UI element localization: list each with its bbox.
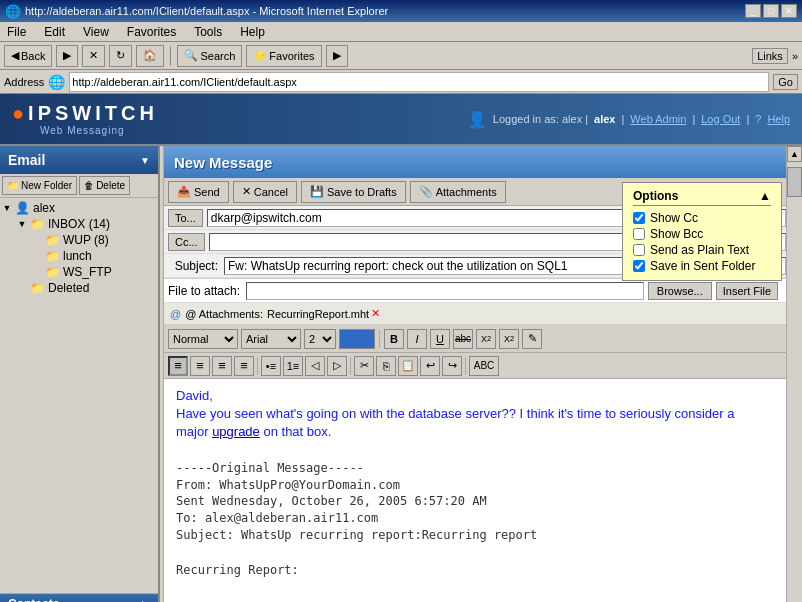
indent-increase-button[interactable]: ▷ [327, 356, 347, 376]
back-button[interactable]: ◀ Back [4, 45, 52, 67]
email-section-header[interactable]: Email ▼ [0, 146, 158, 174]
align-center-button[interactable]: ≡ [190, 356, 210, 376]
collapse-icon[interactable]: ▼ [140, 155, 150, 166]
justify-button[interactable]: ≡ [234, 356, 254, 376]
web-admin-link[interactable]: Web Admin [630, 113, 686, 125]
scroll-up-button[interactable]: ▲ [787, 146, 802, 162]
style-select[interactable]: NormalHeading 1Heading 2 [168, 329, 238, 349]
send-button[interactable]: 📤 Send [168, 181, 229, 203]
person-icon: 👤 [467, 110, 487, 129]
refresh-button[interactable]: ↻ [109, 45, 132, 67]
save-sent-checkbox[interactable] [633, 260, 645, 272]
menu-file[interactable]: File [4, 24, 29, 40]
subscript-button[interactable]: X2 [499, 329, 519, 349]
subject-label: Subject: [164, 259, 224, 273]
menu-favorites[interactable]: Favorites [124, 24, 179, 40]
font-color-picker[interactable] [339, 329, 375, 349]
search-button[interactable]: 🔍 Search [177, 45, 242, 67]
superscript-button[interactable]: X2 [476, 329, 496, 349]
address-input[interactable] [69, 72, 769, 92]
scrollbar-thumb[interactable] [787, 167, 802, 197]
home-icon: 🏠 [143, 49, 157, 62]
to-button[interactable]: To... [168, 209, 203, 227]
attach-row: File to attach: Browse... Insert File [164, 279, 786, 303]
bold-button[interactable]: B [384, 329, 404, 349]
copy-button[interactable]: ⎘ [376, 356, 396, 376]
tree-item-alex[interactable]: ▼ 👤 alex [2, 200, 156, 216]
tree-item-wup[interactable]: 📁 WUP (8) [2, 232, 156, 248]
media-icon: ▶ [333, 49, 341, 62]
menu-view[interactable]: View [80, 24, 112, 40]
font-select[interactable]: ArialTimes New RomanCourier [241, 329, 301, 349]
right-scrollbar[interactable]: ▲ ▼ [786, 146, 802, 602]
upgrade-link[interactable]: upgrade [212, 424, 260, 439]
email-body[interactable]: David, Have you seen what's going on wit… [164, 379, 786, 602]
remove-attachment-button[interactable]: ✕ [371, 307, 380, 320]
indent-decrease-button[interactable]: ◁ [305, 356, 325, 376]
strikethrough-button[interactable]: abc [453, 329, 473, 349]
home-button[interactable]: 🏠 [136, 45, 164, 67]
favorites-button[interactable]: ⭐ Favorites [246, 45, 321, 67]
cc-button[interactable]: Cc... [168, 233, 205, 251]
show-cc-checkbox[interactable] [633, 212, 645, 224]
attach-input[interactable] [246, 282, 644, 300]
undo-button[interactable]: ↩ [420, 356, 440, 376]
search-icon: 🔍 [184, 49, 198, 62]
send-icon: 📤 [177, 185, 191, 198]
log-out-link[interactable]: Log Out [701, 113, 740, 125]
contacts-section[interactable]: Contacts ▶ [0, 593, 158, 602]
delete-button[interactable]: 🗑 Delete [79, 176, 130, 195]
tree-item-lunch[interactable]: 📁 lunch [2, 248, 156, 264]
cancel-button[interactable]: ✕ Cancel [233, 181, 297, 203]
tree-item-inbox[interactable]: ▼ 📁 INBOX (14) [2, 216, 156, 232]
forward-button[interactable]: ▶ [56, 45, 78, 67]
tree-item-ws-ftp[interactable]: 📁 WS_FTP [2, 264, 156, 280]
sidebar-toolbar: 📁 New Folder 🗑 Delete [0, 174, 158, 198]
options-collapse-icon[interactable]: ▲ [759, 189, 771, 203]
scrollbar-track[interactable] [787, 162, 802, 602]
save-drafts-button[interactable]: 💾 Save to Drafts [301, 181, 406, 203]
insert-file-button[interactable]: Insert File [716, 282, 778, 300]
titlebar-controls[interactable]: _ □ ✕ [745, 4, 797, 18]
main-layout: Email ▼ 📁 New Folder 🗑 Delete ▼ 👤 [0, 146, 802, 602]
minimize-button[interactable]: _ [745, 4, 761, 18]
go-button[interactable]: Go [773, 74, 798, 90]
contacts-expand-icon[interactable]: ▶ [142, 599, 150, 603]
underline-button[interactable]: U [430, 329, 450, 349]
ordered-list-button[interactable]: 1≡ [283, 356, 303, 376]
send-plain-text-option[interactable]: Send as Plain Text [633, 242, 771, 258]
save-sent-option[interactable]: Save in Sent Folder [633, 258, 771, 274]
header-right: 👤 Logged in as: alex | alex | Web Admin … [467, 110, 790, 129]
align-left-button[interactable]: ≡ [168, 356, 188, 376]
expand-alex-icon[interactable]: ▼ [2, 203, 12, 213]
custom-format-button[interactable]: ✎ [522, 329, 542, 349]
spell-check-button[interactable]: ABC [469, 356, 499, 376]
links-button[interactable]: Links [752, 48, 788, 64]
tree-item-deleted[interactable]: 📁 Deleted [2, 280, 156, 296]
help-icon: ? [755, 113, 761, 125]
close-button[interactable]: ✕ [781, 4, 797, 18]
italic-button[interactable]: I [407, 329, 427, 349]
cut-button[interactable]: ✂ [354, 356, 374, 376]
menu-help[interactable]: Help [237, 24, 268, 40]
show-bcc-checkbox[interactable] [633, 228, 645, 240]
expand-inbox-icon[interactable]: ▼ [17, 219, 27, 229]
align-right-button[interactable]: ≡ [212, 356, 232, 376]
attachments-button[interactable]: 📎 Attachments [410, 181, 506, 203]
stop-button[interactable]: ✕ [82, 45, 105, 67]
maximize-button[interactable]: □ [763, 4, 779, 18]
browse-button[interactable]: Browse... [648, 282, 712, 300]
send-plain-text-checkbox[interactable] [633, 244, 645, 256]
redo-button[interactable]: ↪ [442, 356, 462, 376]
help-link[interactable]: Help [767, 113, 790, 125]
unordered-list-button[interactable]: •≡ [261, 356, 281, 376]
size-select[interactable]: 12345 [304, 329, 336, 349]
show-bcc-option[interactable]: Show Bcc [633, 226, 771, 242]
show-cc-option[interactable]: Show Cc [633, 210, 771, 226]
menu-edit[interactable]: Edit [41, 24, 68, 40]
new-folder-button[interactable]: 📁 New Folder [2, 176, 77, 195]
paste-button[interactable]: 📋 [398, 356, 418, 376]
media-button[interactable]: ▶ [326, 45, 348, 67]
expand-links-icon[interactable]: » [792, 50, 798, 62]
menu-tools[interactable]: Tools [191, 24, 225, 40]
